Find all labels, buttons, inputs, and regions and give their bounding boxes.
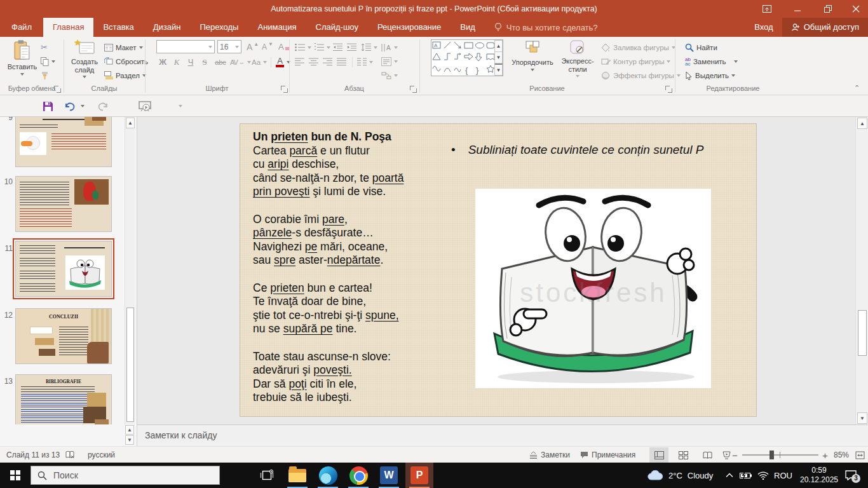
slide-scrollbar[interactable]: ▲ ▼	[855, 117, 868, 424]
comments-toggle[interactable]: Примечания	[580, 447, 635, 463]
convert-to-smartart-button[interactable]	[381, 69, 398, 82]
columns-button[interactable]	[357, 55, 373, 69]
tab-Вид[interactable]: Вид	[451, 18, 485, 37]
increase-indent-button[interactable]	[347, 41, 356, 54]
slide-indicator[interactable]: Слайд 11 из 13	[6, 447, 60, 463]
collapse-ribbon-button[interactable]: ⌃	[854, 84, 860, 92]
undo-button[interactable]	[62, 99, 78, 113]
shape-effects-button[interactable]: Эффекты фигуры	[601, 69, 681, 82]
align-text-button[interactable]	[381, 55, 398, 68]
book-mascot-image[interactable]: stockfresh	[475, 189, 711, 388]
select-button[interactable]: Выделить	[685, 69, 735, 82]
replace-button[interactable]: abac Заменить	[685, 55, 738, 68]
keyboard-language[interactable]: ROU	[774, 463, 792, 488]
font-name-combo[interactable]	[156, 40, 215, 53]
language-indicator[interactable]: русский	[88, 447, 115, 463]
edge-button[interactable]	[314, 463, 342, 488]
view-reading-button[interactable]	[698, 447, 717, 463]
slide-thumbnail-12[interactable]: CONCLUZII	[15, 308, 112, 364]
italic-button[interactable]: К	[170, 55, 183, 69]
spellcheck-indicator[interactable]	[65, 447, 75, 463]
cut-button[interactable]: ✂	[41, 41, 48, 54]
slide-thumbnail-11[interactable]	[15, 241, 112, 297]
tab-Главная[interactable]: Главная	[43, 18, 93, 37]
sign-in-button[interactable]: Вход	[745, 18, 782, 37]
zoom-level[interactable]: 85%	[834, 447, 849, 463]
clock[interactable]: 0:59 20.12.2025	[798, 466, 840, 485]
close-button[interactable]	[844, 0, 868, 18]
notes-pane[interactable]: Заметки к слайду	[137, 424, 868, 446]
arrange-button[interactable]: Упорядочить	[508, 39, 557, 71]
task-view-button[interactable]	[253, 463, 281, 488]
poem-text-placeholder[interactable]: Un prieten bun de N. PoşaCartea parcă e …	[253, 130, 444, 405]
thumbnail-scroll-thumb[interactable]	[126, 308, 134, 422]
new-slide-button[interactable]: Создать слайд	[66, 39, 103, 78]
restore-button[interactable]	[816, 0, 840, 18]
tab-Вставка[interactable]: Вставка	[93, 18, 143, 37]
tab-Переходы[interactable]: Переходы	[190, 18, 248, 37]
action-center-button[interactable]: 3	[845, 463, 857, 488]
decrease-indent-button[interactable]	[333, 41, 342, 54]
weather-widget[interactable]: 2°C Cloudy	[647, 463, 713, 488]
quick-styles-button[interactable]: Экспресс-стили	[558, 39, 597, 78]
shapes-more-button[interactable]: ▼	[494, 64, 503, 76]
word-button[interactable]: W	[375, 463, 403, 488]
text-direction-button[interactable]: A	[381, 41, 398, 54]
shapes-scroll-down[interactable]: ▼	[494, 51, 503, 64]
slide-thumbnail-13[interactable]: BIBLIOGRAFIE	[15, 374, 112, 430]
align-left-button[interactable]	[295, 55, 304, 69]
slide-scroll-down[interactable]: ▼	[857, 412, 867, 424]
shadow-abc-button[interactable]: abc	[212, 55, 229, 69]
qat-customize-dropdown[interactable]	[177, 99, 184, 113]
undo-dropdown[interactable]	[79, 99, 86, 113]
strikethrough-button[interactable]: S	[198, 55, 211, 69]
shrink-font-button[interactable]: А▼	[262, 40, 273, 53]
tab-file[interactable]: Файл	[0, 18, 43, 37]
zoom-out-button[interactable]: −	[732, 447, 738, 463]
tab-Дизайн[interactable]: Дизайн	[144, 18, 191, 37]
tab-Анимация[interactable]: Анимация	[248, 18, 306, 37]
zoom-slider-handle[interactable]	[770, 451, 774, 459]
thumbnail-scrollbar[interactable]: ▲ ▼	[125, 117, 135, 446]
grow-font-button[interactable]: А▲	[247, 40, 259, 53]
layout-button[interactable]: Макет	[104, 41, 143, 54]
shapes-scroll-up[interactable]: ▲	[494, 40, 503, 52]
section-button[interactable]: Раздел	[104, 69, 146, 82]
font-size-combo[interactable]: 16	[217, 40, 241, 53]
bold-button[interactable]: Ж	[156, 55, 169, 69]
fit-slide-button[interactable]	[850, 447, 868, 463]
tab-Рецензирование[interactable]: Рецензирование	[368, 18, 451, 37]
view-slide-sorter-button[interactable]	[674, 447, 693, 463]
start-button[interactable]	[0, 463, 31, 488]
slide-scroll-thumb[interactable]	[858, 310, 867, 356]
shape-outline-button[interactable]: Контур фигуры	[601, 55, 670, 68]
character-spacing-button[interactable]: AV↔	[230, 55, 251, 69]
reset-button[interactable]: Сбросить	[104, 55, 148, 68]
notes-toggle[interactable]: Заметки	[529, 447, 570, 463]
redo-button[interactable]	[95, 99, 111, 113]
shapes-gallery[interactable]: A {} ▲ ▼ ▼	[431, 39, 503, 76]
slide-canvas[interactable]: Un prieten bun de N. PoşaCartea parcă e …	[240, 124, 756, 416]
justify-button[interactable]	[337, 55, 346, 69]
thumbnail-scroll-down-2[interactable]: ▼	[125, 435, 134, 445]
underline-button[interactable]: Ч	[184, 55, 197, 69]
align-center-button[interactable]	[309, 55, 318, 69]
line-spacing-button[interactable]	[361, 41, 377, 54]
save-button[interactable]	[39, 99, 56, 113]
paste-button[interactable]: Вставить	[5, 39, 39, 76]
chrome-button[interactable]	[344, 463, 372, 488]
wifi-indicator[interactable]	[757, 463, 769, 488]
find-button[interactable]: Найти	[685, 41, 717, 54]
tab-Слайд-шоу[interactable]: Слайд-шоу	[306, 18, 368, 37]
format-painter-button[interactable]	[41, 69, 49, 82]
minimize-button[interactable]	[785, 0, 810, 18]
clear-formatting-button[interactable]: A	[278, 40, 290, 53]
task-text-placeholder[interactable]: • Subliniați toate cuvintele ce conțin s…	[451, 143, 743, 157]
numbering-button[interactable]	[314, 41, 330, 54]
slide-scroll-up[interactable]: ▲	[857, 118, 867, 129]
align-right-button[interactable]	[323, 55, 332, 69]
powerpoint-button-active[interactable]: P	[405, 463, 433, 488]
taskbar-search[interactable]: Поиск	[31, 466, 220, 485]
slide-thumbnail-9[interactable]	[15, 117, 112, 167]
bullets-button[interactable]	[295, 41, 311, 54]
